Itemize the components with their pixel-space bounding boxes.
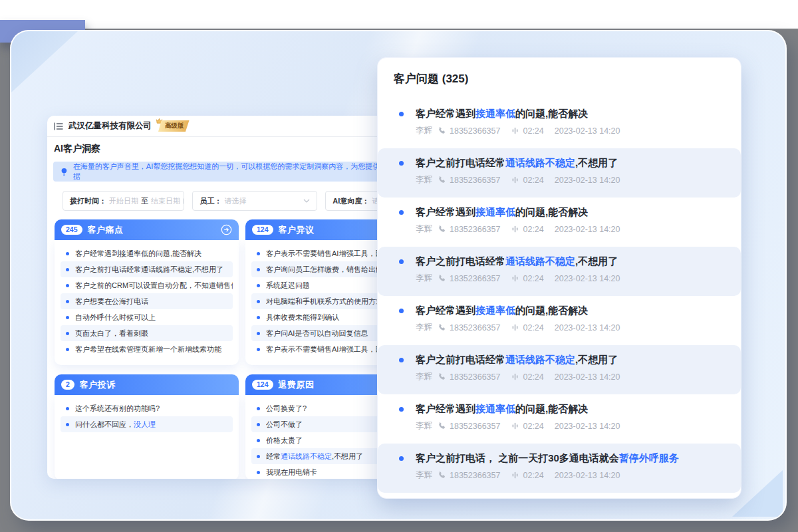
call-meta: 李辉 18352366357 02:24 2023-02-13 14:20: [416, 273, 728, 284]
bullet-dot: [257, 455, 260, 458]
question-text: 客户之前打电话经常通话线路不稳定,不想用了: [399, 157, 728, 170]
call-datetime: 2023-02-13 14:20: [555, 274, 620, 283]
call-duration: 02:24: [523, 274, 543, 283]
call-datetime: 2023-02-13 14:20: [555, 323, 620, 332]
question-row[interactable]: 客户经常遇到接通率低的问题,能否解决 李辉 18352366357 02:24 …: [378, 394, 741, 444]
bullet-dot: [399, 112, 404, 116]
card-item[interactable]: 这个系统还有别的功能吗?: [61, 400, 233, 416]
card-header: 245 客户痛点: [55, 219, 239, 240]
call-duration: 02:24: [523, 176, 543, 185]
bullet-dot: [399, 309, 404, 313]
phone-icon: [438, 422, 446, 430]
plan-badge: 高级版: [158, 120, 190, 132]
bullet-dot: [66, 423, 69, 426]
card-item[interactable]: 页面太白了，看着刺眼: [61, 325, 233, 341]
phone-number: 18352366357: [450, 471, 500, 480]
agent-name: 李辉: [416, 371, 432, 382]
question-row[interactable]: 客户之前打电话经常通话线路不稳定,不想用了 李辉 18352366357 02:…: [378, 247, 741, 296]
audio-icon[interactable]: [511, 126, 519, 135]
card-item[interactable]: 客户希望在线索管理页新增一个新增线索功能: [61, 341, 233, 357]
audio-icon[interactable]: [511, 274, 519, 283]
card-title: 客户异议: [279, 224, 315, 236]
card-pain-points: 245 客户痛点 客户经常遇到接通率低的问题,能否解决: [55, 219, 239, 365]
card-header: 2 客户投诉: [55, 374, 239, 395]
calendar-icon: [183, 197, 184, 205]
card-item-list: 客户经常遇到接通率低的问题,能否解决 客户之前打电话经常通话线路不稳定,不想用了…: [55, 240, 239, 365]
call-meta: 李辉 18352366357 02:24 2023-02-13 14:20: [416, 322, 728, 333]
question-text: 客户之前打电话经常通话线路不稳定,不想用了: [399, 354, 728, 366]
call-meta: 李辉 18352366357 02:24 2023-02-13 14:20: [416, 223, 728, 235]
count-badge: 245: [61, 225, 82, 235]
audio-icon[interactable]: [511, 176, 519, 184]
audio-icon[interactable]: [511, 323, 519, 332]
call-time-filter[interactable]: 拨打时间： 开始日期 至 结束日期: [63, 191, 184, 211]
agent-name: 李辉: [416, 322, 432, 333]
phone-number: 18352366357: [450, 372, 500, 382]
bullet-dot: [399, 210, 404, 215]
employee-placeholder: 请选择: [224, 196, 246, 206]
phone-number: 18352366357: [450, 274, 500, 283]
bullet-dot: [399, 358, 404, 362]
count-badge: 124: [252, 225, 273, 235]
bullet-dot: [66, 348, 69, 351]
company-name: 武汉亿量科技有限公司: [68, 120, 152, 132]
card-item[interactable]: 问什么都不回应，没人理: [61, 416, 233, 432]
audio-icon[interactable]: [511, 372, 519, 381]
collapse-menu-icon[interactable]: [54, 122, 63, 130]
employee-filter[interactable]: 员工： 请选择: [192, 191, 317, 211]
open-card-arrow-button[interactable]: [221, 224, 232, 235]
question-text: 客户经常遇到接通率低的问题,能否解决: [399, 305, 728, 317]
bullet-dot: [257, 407, 260, 410]
card-item[interactable]: 客户之前打电话经常通话线路不稳定,不想用了: [61, 261, 233, 277]
audio-icon[interactable]: [511, 422, 519, 430]
bullet-dot: [257, 268, 260, 271]
count-badge: 2: [61, 380, 74, 390]
card-item[interactable]: 客户之前的CRM可以设置自动分配，不知道销售保的有没有这个功能: [61, 277, 233, 293]
question-row[interactable]: 客户之前打电话， 之前一天打30多通电话就会暂停外呼服务 李辉 18352366…: [378, 444, 741, 493]
agent-name: 李辉: [416, 420, 432, 432]
start-date-placeholder: 开始日期: [109, 196, 138, 206]
question-list: 客户经常遇到接通率低的问题,能否解决 李辉 18352366357 02:24 …: [378, 99, 741, 493]
marketing-frame: 武汉亿量科技有限公司 高级版 AI客户洞察 在海量的客户声音里，AI帮您挖掘您想…: [10, 30, 787, 521]
agent-name: 李辉: [416, 273, 432, 284]
question-text: 客户经常遇到接通率低的问题,能否解决: [399, 108, 728, 120]
card-title: 客户投诉: [80, 379, 116, 391]
card-item[interactable]: 自动外呼什么时候可以上: [61, 309, 233, 325]
audio-icon[interactable]: [511, 225, 519, 233]
call-duration: 02:24: [523, 372, 543, 382]
agent-name: 李辉: [416, 174, 432, 186]
call-meta: 李辉 18352366357 02:24 2023-02-13 14:20: [416, 371, 728, 382]
call-duration: 02:24: [523, 126, 543, 136]
agent-name: 李辉: [416, 469, 432, 481]
bullet-dot: [399, 407, 404, 412]
phone-icon: [438, 176, 446, 184]
bullet-dot: [66, 300, 69, 303]
card-title: 退费原因: [279, 379, 315, 391]
card-complaints: 2 客户投诉 这个系统还有别的功能吗? 问什么都不回应，没人理: [55, 374, 239, 479]
bullet-dot: [66, 252, 69, 255]
panel-title: 客户问题 (325): [378, 58, 741, 86]
question-row[interactable]: 客户之前打电话经常通话线路不稳定,不想用了 李辉 18352366357 02:…: [378, 148, 741, 198]
bullet-dot: [257, 439, 260, 442]
bullet-dot: [257, 284, 260, 287]
card-item[interactable]: 客户想要在公海打电话: [61, 293, 233, 309]
bullet-dot: [66, 407, 69, 410]
card-item-list: 这个系统还有别的功能吗? 问什么都不回应，没人理: [55, 395, 239, 479]
audio-icon[interactable]: [511, 471, 519, 479]
card-item[interactable]: 客户经常遇到接通率低的问题,能否解决: [61, 245, 233, 261]
bullet-dot: [257, 332, 260, 335]
question-text: 客户经常遇到接通率低的问题,能否解决: [399, 206, 728, 219]
question-row[interactable]: 客户经常遇到接通率低的问题,能否解决 李辉 18352366357 02:24 …: [378, 296, 741, 345]
phone-number: 18352366357: [450, 126, 500, 136]
phone-icon: [438, 471, 446, 479]
question-row[interactable]: 客户经常遇到接通率低的问题,能否解决 李辉 18352366357 02:24 …: [378, 198, 741, 247]
phone-icon: [438, 372, 446, 381]
end-date-placeholder: 结束日期: [151, 196, 180, 206]
bullet-dot: [66, 332, 69, 335]
phone-icon: [438, 126, 446, 135]
question-row[interactable]: 客户之前打电话经常通话线路不稳定,不想用了 李辉 18352366357 02:…: [378, 345, 741, 394]
call-duration: 02:24: [523, 225, 543, 234]
question-row[interactable]: 客户经常遇到接通率低的问题,能否解决 李辉 18352366357 02:24 …: [378, 99, 741, 148]
call-datetime: 2023-02-13 14:20: [555, 471, 620, 480]
call-datetime: 2023-02-13 14:20: [555, 422, 620, 431]
